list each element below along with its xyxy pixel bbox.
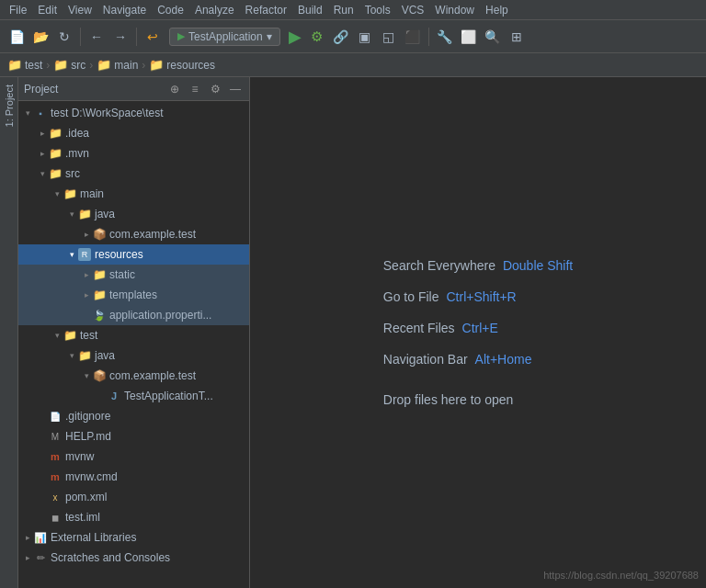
menu-run[interactable]: Run <box>328 2 359 18</box>
tree-item-resources[interactable]: R resources <box>18 244 249 265</box>
tree-item-templates[interactable]: 📁 templates <box>18 285 249 305</box>
gear-icon[interactable]: ⚙ <box>207 81 223 97</box>
project-header-icons: ⊕ ≡ ⚙ — <box>166 81 244 97</box>
tree-label-help: HELP.md <box>65 430 111 443</box>
run-button[interactable]: ▶ <box>286 27 304 47</box>
tree-item-idea[interactable]: 📁 .idea <box>18 123 249 143</box>
expand-button[interactable]: ≡ <box>187 81 203 97</box>
tree-label-mvn: .mvn <box>65 147 89 160</box>
menu-refactor[interactable]: Refactor <box>240 2 292 18</box>
tree-label-pom: pom.xml <box>65 491 107 503</box>
tree-label-gitignore: .gitignore <box>65 410 110 423</box>
new-file-button[interactable]: 📄 <box>6 26 28 48</box>
side-strip: 1: Project <box>0 77 18 588</box>
settings-button[interactable]: 🔧 <box>434 26 456 48</box>
folder-icon-test: 📁 <box>63 328 77 343</box>
folder-icon-static: 📁 <box>92 267 107 282</box>
tree-item-gitignore[interactable]: 📄 .gitignore <box>18 406 249 426</box>
profile-button[interactable]: ◱ <box>378 26 400 48</box>
menu-navigate[interactable]: Navigate <box>97 2 152 18</box>
mvnw-cmd-icon: m <box>48 469 63 484</box>
back-button[interactable]: ← <box>85 26 108 48</box>
tree-label-templates: templates <box>109 288 157 301</box>
search-everywhere-key: Double Shift <box>503 258 573 273</box>
open-button[interactable]: 📂 <box>29 26 51 48</box>
tree-item-package1[interactable]: 📦 com.example.test <box>18 224 249 244</box>
arrow-templates <box>81 290 92 300</box>
tree-item-iml[interactable]: ◼ test.iml <box>18 507 249 527</box>
menu-view[interactable]: View <box>63 2 97 18</box>
tree-item-pom[interactable]: x pom.xml <box>18 487 249 507</box>
menu-build[interactable]: Build <box>292 2 328 18</box>
folder-icon-3: 📁 <box>97 58 111 72</box>
breadcrumb-bar: 📁 test › 📁 src › 📁 main › 📁 resources <box>0 53 706 77</box>
menu-tools[interactable]: Tools <box>359 2 396 18</box>
tree-label-mvnw: mvnw <box>65 450 94 463</box>
sync-button[interactable]: ↻ <box>53 26 75 48</box>
menu-edit[interactable]: Edit <box>32 2 63 18</box>
run-config-selector[interactable]: ▶ TestApplication ▾ <box>169 28 280 46</box>
tree-label-scratches: Scratches and Consoles <box>51 551 170 564</box>
tree-label-resources: resources <box>95 248 143 261</box>
shortcut-recent-files: Recent Files Ctrl+E <box>383 321 573 335</box>
tree-item-help[interactable]: M HELP.md <box>18 426 249 447</box>
project-panel-label[interactable]: 1: Project <box>2 81 17 130</box>
go-to-file-key: Ctrl+Shift+R <box>446 289 516 304</box>
menu-analyze[interactable]: Analyze <box>189 2 240 18</box>
java-file-icon: J <box>107 389 121 403</box>
menu-window[interactable]: Window <box>429 2 480 18</box>
menu-help[interactable]: Help <box>480 2 514 18</box>
markdown-icon: M <box>48 429 63 444</box>
menu-vcs[interactable]: VCS <box>396 2 430 18</box>
search-button[interactable]: 🔍 <box>482 26 504 48</box>
tree-item-test-app[interactable]: J TestApplicationT... <box>18 386 249 406</box>
build-button[interactable]: ⚙ <box>306 26 328 48</box>
recent-files-key: Ctrl+E <box>462 321 498 335</box>
tree-label-static: static <box>109 268 135 281</box>
tree-item-mvn[interactable]: 📁 .mvn <box>18 143 249 164</box>
arrow-resources <box>66 250 77 259</box>
breadcrumb-test[interactable]: 📁 test <box>7 58 42 72</box>
tree-item-scratches[interactable]: ✏ Scratches and Consoles <box>18 548 249 568</box>
navigation-bar-label: Navigation Bar <box>383 352 468 367</box>
close-panel-button[interactable]: — <box>227 81 244 97</box>
arrow-extlib <box>22 533 33 542</box>
file-tree[interactable]: ▪ test D:\WorkSpace\test 📁 .idea 📁 .mvn <box>18 101 249 588</box>
package-icon-1: 📦 <box>92 227 107 242</box>
tree-item-static[interactable]: 📁 static <box>18 265 249 285</box>
coverage-button[interactable]: ▣ <box>354 26 376 48</box>
menu-file[interactable]: File <box>4 2 32 18</box>
breadcrumb-src[interactable]: 📁 src <box>53 58 85 72</box>
tree-item-app-prop[interactable]: 🍃 application.properti... <box>18 305 249 325</box>
tree-item-test-root[interactable]: ▪ test D:\WorkSpace\test <box>18 103 249 123</box>
tree-item-mvnw-cmd[interactable]: m mvnw.cmd <box>18 467 249 487</box>
attach-button[interactable]: 🔗 <box>330 26 352 48</box>
tree-item-package2[interactable]: 📦 com.example.test <box>18 366 249 386</box>
tree-label-test-app: TestApplicationT... <box>124 390 213 402</box>
toolbar: 📄 📂 ↻ ← → ↩ ▶ TestApplication ▾ ▶ ⚙ 🔗 ▣ … <box>0 20 706 53</box>
tree-item-main[interactable]: 📁 main <box>18 184 249 204</box>
breadcrumb-resources[interactable]: 📁 resources <box>149 58 215 72</box>
terminal-button[interactable]: ⊞ <box>506 26 528 48</box>
tree-item-test-dir[interactable]: 📁 test <box>18 325 249 345</box>
watermark: https://blog.csdn.net/qq_39207688 <box>543 570 699 581</box>
tree-label-package1: com.example.test <box>109 228 196 241</box>
tree-item-mvnw[interactable]: m mvnw <box>18 447 249 467</box>
forward-button[interactable]: → <box>109 26 131 48</box>
tree-item-test-java[interactable]: 📁 java <box>18 345 249 366</box>
recent-files-label: Recent Files <box>383 321 455 335</box>
tree-item-extlib[interactable]: 📊 External Libraries <box>18 527 249 548</box>
mvnw-icon: m <box>48 449 63 464</box>
undo-button[interactable]: ↩ <box>142 26 164 48</box>
breadcrumb-label-src: src <box>71 59 85 72</box>
package-icon-2: 📦 <box>92 368 107 383</box>
locate-file-button[interactable]: ⊕ <box>166 81 183 97</box>
run-config2-button[interactable]: ⬜ <box>458 26 480 48</box>
stop-button[interactable]: ⬛ <box>402 26 424 48</box>
tree-item-java[interactable]: 📁 java <box>18 204 249 224</box>
arrow-java <box>66 209 77 219</box>
tree-label-java: java <box>95 208 115 220</box>
menu-code[interactable]: Code <box>152 2 189 18</box>
breadcrumb-main[interactable]: 📁 main <box>97 58 138 72</box>
tree-item-src[interactable]: 📁 src <box>18 164 249 184</box>
